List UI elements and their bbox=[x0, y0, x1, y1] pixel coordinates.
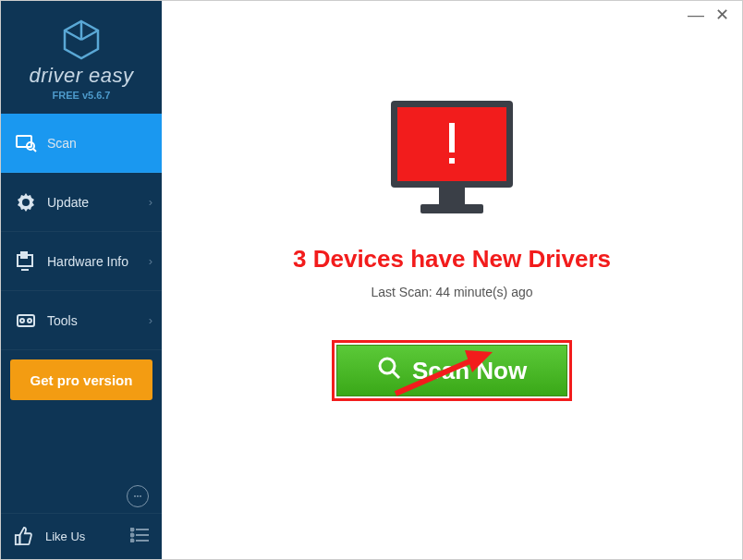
svg-marker-34 bbox=[465, 350, 493, 372]
svg-point-17 bbox=[140, 495, 141, 497]
svg-line-33 bbox=[396, 359, 474, 394]
spacer bbox=[1, 409, 162, 480]
svg-rect-10 bbox=[21, 252, 27, 258]
svg-rect-28 bbox=[449, 158, 455, 164]
svg-line-2 bbox=[65, 30, 81, 40]
main-content: 3 Devices have New Drivers Last Scan: 44… bbox=[162, 1, 742, 559]
svg-point-15 bbox=[134, 495, 136, 497]
sidebar-item-update[interactable]: Update › bbox=[1, 173, 162, 232]
svg-line-3 bbox=[81, 30, 98, 40]
alert-monitor-icon bbox=[384, 93, 520, 226]
last-scan-text: Last Scan: 44 minute(s) ago bbox=[162, 285, 742, 299]
window-controls: — ✕ bbox=[688, 1, 742, 29]
svg-point-23 bbox=[131, 540, 134, 542]
scan-icon bbox=[14, 131, 38, 155]
feedback-icon[interactable] bbox=[127, 485, 149, 507]
like-us-row[interactable]: Like Us bbox=[1, 513, 162, 559]
app-window: — ✕ driver easy FREE v5.6.7 Scan Update … bbox=[0, 0, 743, 560]
svg-rect-30 bbox=[420, 204, 483, 213]
like-label: Like Us bbox=[45, 530, 85, 543]
sidebar-item-scan[interactable]: Scan bbox=[1, 114, 162, 173]
sidebar-item-tools[interactable]: Tools › bbox=[1, 291, 162, 350]
annotation-arrow bbox=[391, 343, 502, 402]
chevron-right-icon: › bbox=[149, 254, 152, 268]
thumbs-up-icon bbox=[14, 526, 36, 548]
hardware-icon bbox=[14, 250, 38, 274]
svg-line-6 bbox=[33, 149, 36, 152]
tools-icon bbox=[14, 309, 38, 333]
version-label: FREE v5.6.7 bbox=[1, 90, 162, 101]
sidebar-item-label: Tools bbox=[47, 313, 78, 328]
svg-rect-29 bbox=[439, 188, 465, 204]
footer-icons bbox=[1, 480, 162, 513]
gear-icon bbox=[14, 190, 38, 214]
svg-point-8 bbox=[22, 199, 30, 206]
sidebar-item-label: Scan bbox=[47, 136, 77, 151]
svg-point-16 bbox=[137, 495, 139, 497]
app-logo-icon bbox=[63, 19, 100, 58]
sidebar-item-label: Hardware Info bbox=[47, 254, 128, 269]
status-title: 3 Devices have New Drivers bbox=[162, 245, 742, 274]
brand-name: driver easy bbox=[1, 64, 162, 88]
get-pro-button[interactable]: Get pro version bbox=[10, 359, 152, 400]
get-pro-label: Get pro version bbox=[30, 372, 133, 388]
close-button[interactable]: ✕ bbox=[715, 5, 729, 25]
sidebar-item-hardware-info[interactable]: Hardware Info › bbox=[1, 232, 162, 291]
svg-point-21 bbox=[131, 534, 134, 537]
sidebar: driver easy FREE v5.6.7 Scan Update › Ha… bbox=[1, 1, 162, 559]
logo-area: driver easy FREE v5.6.7 bbox=[1, 1, 162, 114]
svg-point-13 bbox=[20, 319, 24, 323]
menu-icon[interactable] bbox=[130, 528, 149, 545]
svg-point-14 bbox=[28, 319, 31, 323]
svg-rect-4 bbox=[17, 136, 31, 147]
svg-rect-18 bbox=[16, 535, 20, 544]
sidebar-item-label: Update bbox=[47, 195, 89, 210]
chevron-right-icon: › bbox=[149, 195, 152, 209]
svg-point-19 bbox=[131, 529, 134, 531]
svg-rect-27 bbox=[449, 123, 455, 152]
chevron-right-icon: › bbox=[149, 313, 152, 327]
minimize-button[interactable]: — bbox=[688, 6, 704, 25]
